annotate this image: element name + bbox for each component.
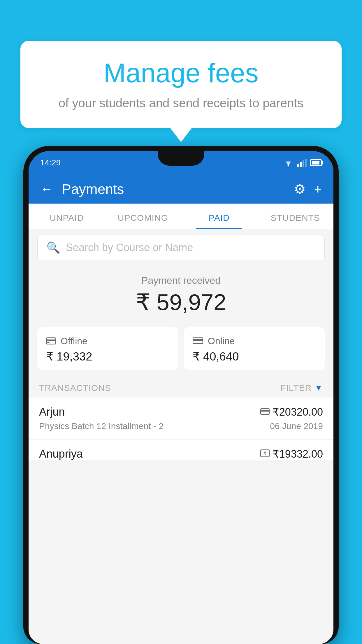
online-payment-card: Online ₹ 40,640 (184, 327, 325, 370)
transaction-amount: ₹20320.00 (260, 406, 323, 418)
transaction-top: Arjun ₹20320.00 (39, 406, 323, 418)
svg-rect-6 (47, 340, 55, 341)
search-icon: 🔍 (46, 241, 60, 254)
status-icons (283, 159, 322, 167)
tab-bar: UNPAID UPCOMING PAID STUDENTS (29, 204, 333, 229)
payment-summary: Payment received ₹ 59,972 (29, 266, 333, 323)
speech-bubble-container: Manage fees of your students and send re… (20, 41, 342, 128)
offline-card-header: Offline (46, 335, 169, 347)
transaction-list: Arjun ₹20320.00 Physics Batch 12 Install… (29, 398, 333, 460)
transactions-header: TRANSACTIONS FILTER ▼ (29, 377, 333, 398)
transaction-row[interactable]: Arjun ₹20320.00 Physics Batch 12 Install… (29, 398, 333, 440)
app-title: Payments (62, 181, 285, 197)
offline-payment-card: Offline ₹ 19,332 (37, 327, 178, 370)
header-actions: ⚙ + (294, 181, 322, 197)
phone-frame: 14:29 (23, 146, 339, 644)
online-label: Online (208, 336, 235, 346)
wifi-icon (283, 159, 294, 167)
tab-upcoming[interactable]: UPCOMING (105, 213, 181, 229)
svg-rect-2 (300, 162, 302, 167)
transaction-row[interactable]: Anupriya ₹ ₹19332.00 (29, 440, 333, 460)
payment-total-amount: ₹ 59,972 (37, 289, 325, 316)
speech-bubble: Manage fees of your students and send re… (20, 41, 342, 128)
transaction-bottom: Physics Batch 12 Installment - 2 06 June… (39, 421, 323, 431)
signal-icon (297, 159, 307, 167)
transaction-course: Physics Batch 12 Installment - 2 (39, 421, 164, 431)
online-card-header: Online (193, 335, 316, 347)
filter-icon: ▼ (314, 383, 323, 393)
offline-icon (46, 335, 56, 347)
phone-screen: 14:29 (29, 151, 333, 644)
search-bar[interactable]: 🔍 Search by Course or Name (37, 235, 325, 260)
filter-button[interactable]: FILTER ▼ (280, 383, 323, 393)
transaction-amount: ₹ ₹19332.00 (260, 448, 323, 460)
search-input[interactable]: Search by Course or Name (66, 242, 193, 254)
transactions-label: TRANSACTIONS (39, 383, 111, 393)
svg-rect-3 (303, 160, 304, 167)
svg-rect-7 (47, 342, 50, 343)
tab-paid[interactable]: PAID (181, 213, 257, 229)
battery-icon (310, 159, 322, 166)
svg-rect-5 (46, 338, 56, 344)
transaction-date: 06 June 2019 (270, 421, 323, 431)
app-header: ← Payments ⚙ + (29, 174, 333, 204)
bubble-subtitle: of your students and send receipts to pa… (44, 95, 318, 112)
settings-icon[interactable]: ⚙ (294, 181, 306, 197)
cash-payment-icon: ₹ (260, 449, 270, 459)
tab-students[interactable]: STUDENTS (257, 213, 334, 229)
online-icon (193, 335, 203, 347)
svg-rect-4 (305, 159, 307, 167)
transaction-top: Anupriya ₹ ₹19332.00 (39, 448, 323, 460)
svg-text:₹: ₹ (263, 451, 266, 456)
offline-amount: ₹ 19,332 (46, 350, 169, 363)
bubble-title: Manage fees (44, 58, 318, 88)
search-container: 🔍 Search by Course or Name (29, 229, 333, 266)
offline-label: Offline (61, 336, 87, 346)
svg-rect-1 (297, 164, 299, 167)
tab-unpaid[interactable]: UNPAID (29, 213, 105, 229)
payment-cards: Offline ₹ 19,332 Online ₹ 40,640 (29, 323, 333, 377)
card-payment-icon (260, 407, 270, 417)
transaction-name: Arjun (39, 406, 65, 418)
payment-received-label: Payment received (37, 275, 325, 286)
status-time: 14:29 (40, 158, 61, 167)
transaction-name: Anupriya (39, 448, 83, 460)
status-bar: 14:29 (29, 151, 333, 174)
svg-rect-9 (193, 339, 203, 341)
back-button[interactable]: ← (40, 182, 53, 196)
add-button[interactable]: + (314, 181, 322, 197)
online-amount: ₹ 40,640 (193, 350, 316, 363)
svg-point-0 (288, 165, 289, 167)
svg-rect-11 (261, 410, 269, 412)
